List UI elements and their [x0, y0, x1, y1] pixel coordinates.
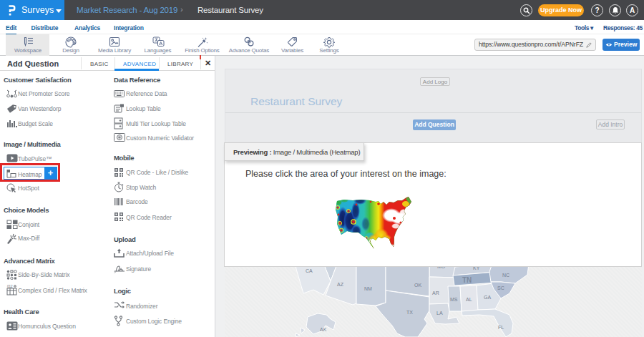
svg-text:NC: NC [502, 273, 509, 278]
svg-text:AZ: AZ [337, 282, 344, 287]
svg-text:AK: AK [320, 327, 327, 332]
svg-text:TX: TX [406, 310, 413, 315]
svg-text:SC: SC [497, 285, 504, 290]
svg-text:AL: AL [466, 297, 472, 302]
svg-text:CA: CA [306, 268, 313, 273]
svg-text:LA: LA [436, 311, 443, 316]
svg-text:AR: AR [432, 290, 439, 296]
svg-text:OK: OK [414, 283, 421, 288]
svg-text:KY: KY [473, 267, 480, 270]
svg-text:012: 012 [7, 285, 13, 288]
svg-text:FL: FL [498, 325, 504, 330]
svg-text:GA: GA [484, 295, 491, 300]
svg-text:NM: NM [364, 286, 372, 291]
svg-text:MO: MO [437, 267, 446, 269]
svg-text:MS: MS [450, 297, 458, 302]
svg-text:TN: TN [462, 276, 472, 284]
